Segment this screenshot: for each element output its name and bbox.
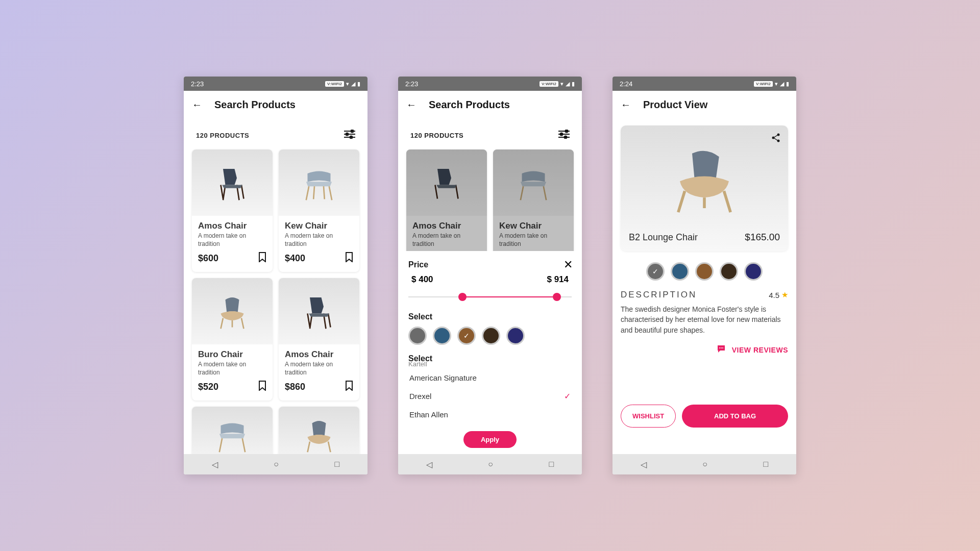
price-slider[interactable]	[408, 292, 572, 302]
color-swatch-dark[interactable]	[720, 262, 738, 281]
nav-recent-icon[interactable]: □	[335, 460, 340, 469]
brand-name: American Signature	[409, 373, 477, 382]
product-card[interactable]: Amos Chair A modern take on tradition $6…	[192, 149, 273, 272]
product-price: $600	[198, 253, 218, 264]
product-card[interactable]: Amos Chair A modern take on tradition $8…	[279, 278, 359, 400]
view-reviews-link[interactable]: VIEW REVIEWS	[619, 344, 790, 356]
status-icons: V:WIFI2 ▾ ◢ ▮	[754, 81, 789, 87]
svg-point-14	[777, 140, 780, 142]
svg-point-18	[721, 347, 722, 348]
product-name: B2 Lounge Chair	[629, 232, 698, 243]
status-time: 2:23	[191, 80, 204, 88]
product-desc: A modern take on tradition	[412, 232, 481, 248]
product-card[interactable]	[279, 407, 359, 454]
brand-name: Ethan Allen	[409, 410, 448, 419]
app-bar: ← Search Products	[398, 91, 582, 119]
product-name: Amos Chair	[198, 221, 266, 231]
wifi-icon: ▾	[775, 81, 778, 87]
svg-point-19	[722, 347, 723, 348]
product-image	[279, 149, 359, 216]
color-swatch-navy[interactable]	[744, 262, 763, 281]
product-card[interactable]: Kew Chair A modern take on tradition $40…	[279, 149, 359, 272]
share-icon[interactable]	[771, 133, 781, 145]
brand-list: American Signature Drexel ✓ Ethan Allen	[408, 369, 572, 429]
product-desc: A modern take on tradition	[285, 232, 353, 248]
bookmark-icon[interactable]	[345, 252, 353, 265]
nav-home-icon[interactable]: ○	[488, 460, 493, 469]
apply-button[interactable]: Apply	[463, 431, 517, 448]
brand-item[interactable]: Ethan Allen	[408, 406, 572, 423]
status-bar: 2:23 V:WIFI2 ▾ ◢ ▮	[184, 77, 368, 91]
price-max: $ 914	[547, 274, 569, 285]
color-swatch-brown[interactable]	[695, 262, 714, 281]
add-to-bag-button[interactable]: ADD TO BAG	[682, 405, 788, 428]
back-icon[interactable]: ←	[406, 99, 416, 111]
wifi-label: V:WIFI2	[540, 81, 558, 87]
content-area: B2 Lounge Chair $165.00 ✓ DESCRIPTION 4.…	[612, 119, 796, 454]
color-swatch-blue[interactable]	[433, 327, 451, 345]
nav-back-icon[interactable]: ◁	[212, 460, 218, 469]
status-bar: 2:23 V:WIFI2 ▾ ◢ ▮	[398, 77, 582, 91]
content-area: 120 PRODUCTS Amos Chair A modern take on…	[184, 119, 368, 454]
slider-thumb-min[interactable]	[458, 293, 467, 301]
filter-icon[interactable]	[344, 130, 355, 141]
filter-row: 120 PRODUCTS	[190, 126, 361, 149]
brand-item[interactable]: Drexel ✓	[408, 387, 572, 406]
product-info: Amos Chair A modern take on tradition $8…	[279, 344, 359, 400]
back-icon[interactable]: ←	[621, 99, 631, 111]
battery-icon: ▮	[357, 81, 360, 87]
check-icon: ✓	[564, 391, 571, 401]
color-swatch-brown[interactable]: ✓	[457, 327, 476, 345]
color-swatch-dark[interactable]	[482, 327, 500, 345]
product-desc: A modern take on tradition	[198, 232, 266, 248]
product-image	[629, 134, 780, 226]
product-desc: A modern take on tradition	[198, 361, 266, 377]
wifi-icon: ▾	[560, 81, 564, 87]
wifi-label: V:WIFI2	[754, 81, 773, 87]
star-icon: ★	[781, 290, 788, 299]
page-title: Search Products	[214, 99, 296, 111]
color-swatch-blue[interactable]	[671, 262, 689, 281]
color-swatch-grey[interactable]: ✓	[646, 262, 665, 281]
nav-recent-icon[interactable]: □	[549, 460, 554, 469]
bookmark-icon[interactable]	[258, 252, 266, 265]
page-title: Product View	[643, 99, 707, 111]
product-card[interactable]: Buro Chair A modern take on tradition $5…	[192, 278, 273, 400]
color-swatch-navy[interactable]	[506, 327, 525, 345]
nav-back-icon[interactable]: ◁	[426, 460, 432, 469]
brand-item[interactable]: American Signature	[408, 369, 572, 387]
status-icons: V:WIFI2 ▾ ◢ ▮	[540, 81, 575, 87]
slider-thumb-max[interactable]	[553, 293, 561, 301]
nav-recent-icon[interactable]: □	[764, 460, 769, 469]
bookmark-icon[interactable]	[345, 381, 353, 393]
color-swatch-grey[interactable]	[408, 327, 427, 345]
nav-back-icon[interactable]: ◁	[641, 460, 647, 469]
bookmark-icon[interactable]	[258, 381, 266, 393]
brand-item-cut[interactable]: Kartell	[408, 360, 572, 368]
nav-home-icon[interactable]: ○	[274, 460, 279, 469]
product-name: Buro Chair	[198, 349, 266, 360]
product-name: Kew Chair	[285, 221, 353, 231]
wifi-icon: ▾	[346, 81, 349, 87]
chat-icon	[717, 344, 726, 356]
svg-point-13	[772, 137, 775, 139]
svg-point-9	[560, 133, 563, 136]
nav-bar: ◁ ○ □	[398, 454, 582, 474]
svg-line-16	[774, 138, 777, 140]
svg-point-11	[565, 136, 567, 139]
rating: 4.5 ★	[769, 290, 788, 299]
wishlist-button[interactable]: WISHLIST	[621, 405, 676, 428]
close-icon[interactable]: ✕	[564, 258, 573, 271]
product-card[interactable]	[192, 407, 273, 454]
slider-fill	[462, 296, 557, 297]
svg-line-15	[774, 135, 777, 137]
nav-home-icon[interactable]: ○	[702, 460, 707, 469]
description-header: DESCRIPTION 4.5 ★	[619, 290, 790, 300]
filter-icon[interactable]	[558, 130, 570, 141]
product-desc: A modern take on tradition	[499, 232, 568, 248]
color-row: ✓	[408, 327, 572, 345]
price-values: $ 400 $ 914	[408, 274, 572, 285]
back-icon[interactable]: ←	[192, 99, 202, 111]
phone-screen-search: 2:23 V:WIFI2 ▾ ◢ ▮ ← Search Products 120…	[184, 77, 368, 474]
product-image	[192, 278, 273, 344]
